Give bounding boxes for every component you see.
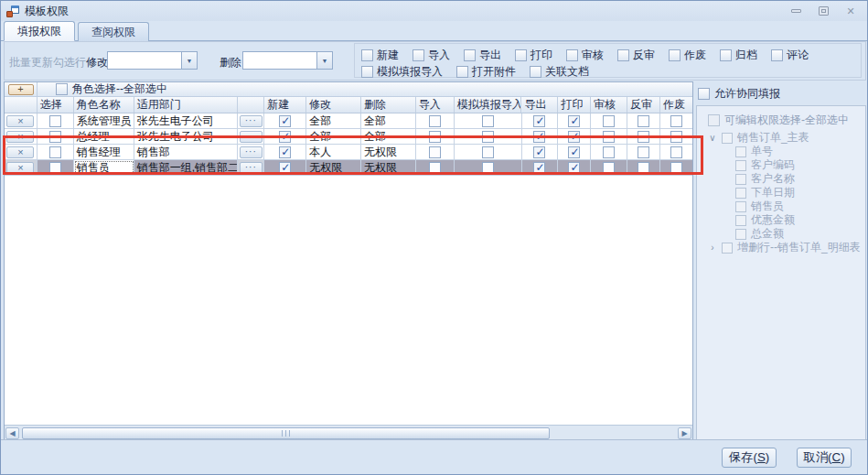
checkbox-comment[interactable]: 评论: [771, 48, 809, 63]
checkbox-create[interactable]: 新建: [361, 48, 399, 63]
scrollbar-thumb[interactable]: [22, 427, 550, 439]
cell-import-checkbox[interactable]: [429, 131, 441, 143]
table-row-selected[interactable]: × 销售员 销售部一组,销售部二组 ··· 无权限 无权限: [5, 160, 692, 176]
cell-export-checkbox[interactable]: [533, 146, 545, 158]
department-picker-button[interactable]: ···: [240, 131, 263, 143]
cell-export-checkbox[interactable]: [533, 115, 545, 127]
close-button[interactable]: ✕: [843, 5, 858, 16]
delete-combobox[interactable]: ▼: [242, 51, 333, 70]
table-row[interactable]: × 总经理 张先生电子公司 ··· 全部 全部: [5, 129, 692, 145]
cell-create-checkbox[interactable]: [279, 162, 291, 174]
allow-collab-checkbox[interactable]: [698, 88, 710, 100]
cell-sim-import-checkbox[interactable]: [482, 146, 494, 158]
row-select-checkbox[interactable]: [49, 146, 61, 158]
checkbox-open-attachment[interactable]: 打开附件: [456, 64, 516, 80]
cell-void-checkbox[interactable]: [670, 115, 682, 127]
tree-item-field[interactable]: 总金额: [708, 227, 865, 241]
cell-create-checkbox[interactable]: [279, 131, 291, 143]
tree-item-field[interactable]: 销售员: [708, 200, 865, 213]
cell-export-checkbox[interactable]: [533, 131, 545, 143]
cell-print-checkbox[interactable]: [568, 131, 580, 143]
checkbox-print[interactable]: 打印: [515, 48, 552, 63]
department-picker-button[interactable]: ···: [240, 162, 263, 174]
tree-item-checkbox[interactable]: [735, 146, 746, 157]
cell-role-name-editing[interactable]: 销售员: [74, 160, 134, 175]
tree-node-main-table[interactable]: ∨ 销售订单_主表: [708, 131, 865, 145]
tree-node-checkbox[interactable]: [722, 243, 733, 254]
row-delete-button[interactable]: ×: [6, 131, 34, 143]
tab-query-permission[interactable]: 查阅权限: [78, 22, 149, 41]
checkbox-sim-fill-import[interactable]: 模拟填报导入: [361, 64, 443, 80]
cell-audit-checkbox[interactable]: [603, 146, 615, 158]
save-button[interactable]: 保存(S): [722, 448, 777, 468]
tree-node-detail-table[interactable]: › 增删行--销售订单_明细表: [708, 241, 865, 254]
tab-fill-permission[interactable]: 填报权限: [4, 21, 75, 41]
modify-combobox[interactable]: ▼: [107, 51, 198, 70]
cell-void-checkbox[interactable]: [670, 146, 682, 158]
select-all-roles-checkbox[interactable]: [56, 83, 68, 95]
row-delete-button[interactable]: ×: [6, 115, 34, 127]
tree-item-field[interactable]: 单号: [708, 145, 865, 158]
row-select-checkbox[interactable]: [49, 115, 61, 127]
cell-reverse-checkbox[interactable]: [638, 162, 649, 174]
checkbox-export[interactable]: 导出: [464, 48, 501, 63]
cell-print-checkbox[interactable]: [568, 162, 580, 174]
cell-import-checkbox[interactable]: [429, 162, 441, 174]
cell-sim-import-checkbox[interactable]: [482, 162, 494, 174]
tree-item-checkbox[interactable]: [735, 160, 746, 171]
cell-create-checkbox[interactable]: [279, 146, 291, 158]
row-select-checkbox[interactable]: [49, 162, 61, 174]
cell-export-checkbox[interactable]: [533, 162, 545, 174]
row-delete-button[interactable]: ×: [6, 146, 34, 158]
cell-print-checkbox[interactable]: [568, 146, 580, 158]
cell-reverse-checkbox[interactable]: [638, 146, 649, 158]
cell-audit-checkbox[interactable]: [603, 115, 615, 127]
tree-node-checkbox[interactable]: [722, 133, 733, 144]
tree-item-field[interactable]: 客户名称: [708, 172, 865, 186]
cell-reverse-checkbox[interactable]: [638, 115, 649, 127]
editable-select-all-checkbox[interactable]: [708, 114, 720, 126]
dropdown-arrow-icon[interactable]: ▼: [316, 52, 332, 69]
cell-import-checkbox[interactable]: [429, 115, 441, 127]
tree-item-checkbox[interactable]: [735, 215, 746, 226]
scroll-right-icon[interactable]: ▶: [678, 427, 691, 439]
tree-item-field[interactable]: 优惠金额: [708, 213, 865, 227]
scrollbar-track[interactable]: [21, 427, 676, 439]
add-row-button[interactable]: +: [8, 84, 34, 95]
cell-audit-checkbox[interactable]: [603, 131, 615, 143]
scroll-left-icon[interactable]: ◀: [5, 427, 19, 439]
minimize-button[interactable]: [788, 5, 803, 16]
cancel-button[interactable]: 取消(C): [797, 448, 852, 468]
table-row[interactable]: × 销售经理 销售部 ··· 本人 无权限: [5, 145, 692, 160]
checkbox-void[interactable]: 作废: [669, 48, 706, 63]
horizontal-scrollbar[interactable]: ◀ ▶: [5, 425, 692, 440]
checkbox-import[interactable]: 导入: [413, 48, 450, 63]
tree-item-checkbox[interactable]: [735, 188, 746, 199]
cell-void-checkbox[interactable]: [670, 131, 682, 143]
checkbox-reverse-audit[interactable]: 反审: [617, 48, 655, 63]
table-row[interactable]: × 系统管理员 张先生电子公司 ··· 全部 全部: [5, 113, 692, 129]
cell-print-checkbox[interactable]: [568, 115, 580, 127]
checkbox-audit[interactable]: 审核: [566, 48, 604, 63]
tree-expanded-icon[interactable]: ∨: [708, 133, 717, 143]
row-select-checkbox[interactable]: [49, 131, 61, 143]
checkbox-archive[interactable]: 归档: [720, 48, 757, 63]
cell-audit-checkbox[interactable]: [603, 162, 615, 174]
tree-item-checkbox[interactable]: [735, 229, 746, 240]
department-picker-button[interactable]: ···: [240, 115, 263, 127]
checkbox-linked-document[interactable]: 关联文档: [530, 64, 589, 80]
dropdown-arrow-icon[interactable]: ▼: [181, 52, 197, 69]
cell-void-checkbox[interactable]: [670, 162, 682, 174]
cell-create-checkbox[interactable]: [279, 115, 291, 127]
department-picker-button[interactable]: ···: [240, 146, 263, 158]
cell-import-checkbox[interactable]: [429, 146, 441, 158]
tree-item-field[interactable]: 客户编码: [708, 158, 865, 172]
tree-collapsed-icon[interactable]: ›: [708, 243, 717, 253]
maximize-button[interactable]: [816, 5, 830, 16]
tree-item-checkbox[interactable]: [735, 174, 746, 185]
cell-sim-import-checkbox[interactable]: [482, 131, 494, 143]
cell-reverse-checkbox[interactable]: [638, 131, 649, 143]
row-delete-button[interactable]: ×: [6, 162, 34, 174]
tree-item-field[interactable]: 下单日期: [708, 186, 865, 200]
cell-sim-import-checkbox[interactable]: [482, 115, 494, 127]
